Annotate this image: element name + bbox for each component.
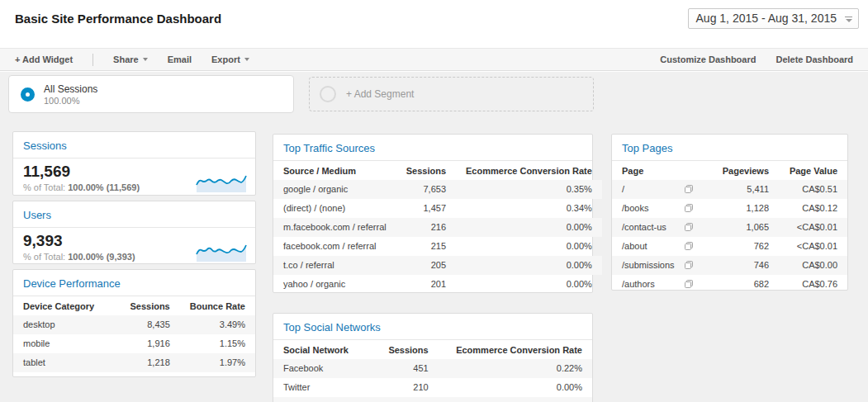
traffic-cell: (direct) / (none) [273, 199, 396, 218]
open-page-icon[interactable] [685, 204, 693, 212]
social-col-ecr: Ecommerce Conversion Rate [439, 340, 592, 359]
table-row: m.facebook.com / referral 216 0.00% [273, 218, 602, 237]
delete-dashboard-button[interactable]: Delete Dashboard [776, 54, 853, 64]
open-page-icon[interactable] [685, 280, 693, 288]
pages-cell: CA$0.76 [779, 275, 847, 294]
traffic-cell: 0.34% [456, 199, 602, 218]
users-widget-title-link[interactable]: Users [23, 209, 51, 221]
traffic-cell: m.facebook.com / referral [273, 218, 396, 237]
chevron-down-icon [845, 17, 852, 22]
sessions-sparkline-chart [196, 172, 247, 192]
table-row: t.co / referral 205 0.00% [273, 256, 602, 275]
customize-dashboard-button[interactable]: Customize Dashboard [660, 54, 756, 64]
pages-cell: 746 [713, 256, 779, 275]
table-row: /contact-us 1,065 <CA$0.01 [612, 218, 847, 237]
pages-table: Page Pageviews Page Value / 5,411 CA$0.5… [612, 161, 847, 294]
social-cell: 451 [378, 359, 438, 378]
traffic-widget-title-link[interactable]: Top Traffic Sources [283, 142, 375, 154]
toolbar-right-group: Customize Dashboard Delete Dashboard [640, 54, 853, 64]
add-widget-button[interactable]: + Add Widget [15, 54, 73, 64]
open-page-icon[interactable] [685, 261, 693, 269]
traffic-widget-head: Top Traffic Sources [273, 135, 592, 161]
traffic-table: Source / Medium Sessions Ecommerce Conve… [273, 161, 602, 294]
all-sessions-segment[interactable]: All Sessions 100.00% [8, 75, 294, 113]
traffic-cell: 0.35% [456, 180, 602, 199]
open-page-icon[interactable] [685, 223, 693, 231]
pages-cell: <CA$0.01 [779, 237, 847, 256]
pages-cell: 682 [713, 275, 779, 294]
date-range-label: Aug 1, 2015 - Aug 31, 2015 [696, 12, 837, 25]
table-row: desktop 8,435 3.49% [13, 315, 255, 334]
pages-cell: /contact-us [612, 218, 685, 237]
header: Basic Site Performance Dashboard Aug 1, … [0, 0, 868, 48]
pages-cell: /about [612, 237, 685, 256]
date-range-selector[interactable]: Aug 1, 2015 - Aug 31, 2015 [688, 8, 859, 29]
table-row: facebook.com / referral 215 0.00% [273, 237, 602, 256]
traffic-header-row: Source / Medium Sessions Ecommerce Conve… [273, 161, 602, 180]
sessions-total-line: % of Total: 100.00% (11,569) [23, 182, 140, 192]
pages-cell: CA$0.12 [779, 199, 847, 218]
social-cell [439, 397, 592, 402]
sessions-widget-title-link[interactable]: Sessions [23, 140, 67, 152]
social-table: Social Network Sessions Ecommerce Conver… [273, 340, 592, 402]
sessions-metric-body: 11,569 % of Total: 100.00% (11,569) [13, 158, 255, 199]
traffic-cell: 0.00% [456, 218, 602, 237]
share-menu-label: Share [113, 54, 139, 64]
pages-cell: /authors [612, 275, 685, 294]
pages-cell: CA$0.51 [779, 180, 847, 199]
device-header-row: Device Category Sessions Bounce Rate [13, 296, 255, 315]
pages-widget-title-link[interactable]: Top Pages [622, 142, 672, 154]
table-row: /authors 682 CA$0.76 [612, 275, 847, 294]
device-cell: mobile [13, 334, 120, 353]
traffic-cell: 0.00% [456, 237, 602, 256]
pages-cell: 762 [713, 237, 779, 256]
share-menu-button[interactable]: Share [113, 54, 148, 64]
table-row: yahoo / organic 201 0.00% [273, 275, 602, 294]
segment-label: All Sessions [44, 83, 97, 95]
sessions-total-prefix: % of Total: [23, 182, 68, 192]
dashboard-page: Basic Site Performance Dashboard Aug 1, … [0, 0, 868, 402]
device-col-bounce: Bounce Rate [180, 296, 255, 315]
chevron-down-icon [244, 58, 249, 61]
sessions-widget: Sessions 11,569 % of Total: 100.00% (11,… [12, 131, 256, 196]
open-page-icon[interactable] [685, 185, 693, 193]
top-pages-widget: Top Pages Page Pageviews Page Value / 5, [611, 134, 848, 291]
segment-donut-icon [21, 87, 35, 102]
device-table: Device Category Sessions Bounce Rate des… [13, 296, 255, 372]
device-cell: 3.49% [180, 315, 255, 334]
sessions-total-bold: 100.00% (11,569) [68, 182, 140, 192]
pages-col-value: Page Value [779, 161, 847, 180]
page-title: Basic Site Performance Dashboard [15, 12, 221, 26]
device-performance-widget: Device Performance Device Category Sessi… [12, 269, 256, 377]
traffic-col-sessions: Sessions [396, 161, 456, 180]
social-cell: Facebook [273, 359, 378, 378]
users-total-line: % of Total: 100.00% (9,393) [23, 252, 135, 262]
users-total-bold: 100.00% (9,393) [68, 252, 135, 262]
traffic-cell: facebook.com / referral [273, 237, 396, 256]
social-cell: 0.00% [439, 378, 592, 397]
sessions-widget-head: Sessions [13, 132, 255, 158]
traffic-col-ecr: Ecommerce Conversion Rate [456, 161, 602, 180]
add-segment-button[interactable]: + Add Segment [309, 77, 594, 111]
top-social-networks-widget: Top Social Networks Social Network Sessi… [273, 313, 593, 402]
open-page-icon[interactable] [685, 242, 693, 250]
device-col-sessions: Sessions [120, 296, 179, 315]
pages-cell: / [612, 180, 685, 199]
pages-col-icon-spacer [685, 161, 713, 180]
traffic-cell: 201 [396, 275, 456, 294]
device-col-category: Device Category [13, 296, 120, 315]
traffic-cell: 215 [396, 237, 456, 256]
toolbar-divider [92, 54, 93, 66]
segment-text: All Sessions 100.00% [44, 83, 97, 106]
social-widget-title-link[interactable]: Top Social Networks [283, 321, 381, 333]
pages-header-row: Page Pageviews Page Value [612, 161, 847, 180]
table-row: Twitter 210 0.00% [273, 378, 592, 397]
table-row: tablet 1,218 1.97% [13, 353, 255, 372]
toolbar-left-group: + Add Widget Share Email Export [15, 54, 269, 66]
traffic-cell: yahoo / organic [273, 275, 396, 294]
email-button[interactable]: Email [168, 54, 192, 64]
traffic-cell: t.co / referral [273, 256, 396, 275]
users-total-prefix: % of Total: [23, 252, 68, 262]
export-menu-button[interactable]: Export [211, 54, 249, 64]
device-widget-title-link[interactable]: Device Performance [23, 277, 121, 290]
